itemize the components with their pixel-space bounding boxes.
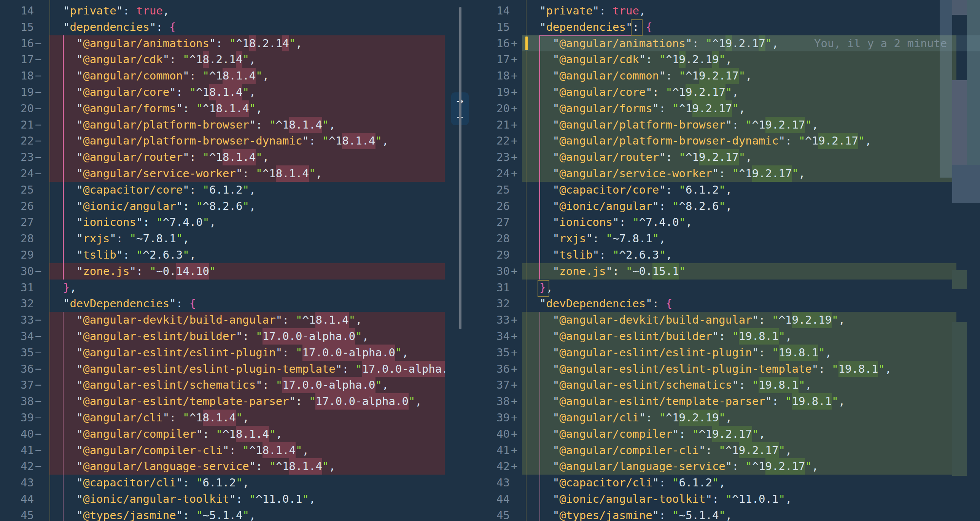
line-number-left[interactable]: 36−	[0, 361, 48, 377]
line-number-left[interactable]: 17−	[0, 51, 48, 68]
code-line-left[interactable]: "@angular/platform-browser": "^18.1.4",	[49, 117, 445, 133]
line-number-left[interactable]: 16−	[0, 35, 48, 52]
line-number-right[interactable]: 35+	[469, 345, 521, 361]
line-number-right[interactable]: 18+	[469, 68, 521, 84]
line-number-right[interactable]: 21+	[469, 117, 521, 133]
line-number-left[interactable]: 34−	[0, 328, 48, 345]
line-number-left[interactable]: 37−	[0, 377, 48, 393]
line-number-left[interactable]: 45	[0, 507, 48, 521]
code-line-right[interactable]: "@angular/language-service": "^19.2.17",	[522, 458, 956, 475]
line-number-left[interactable]: 18−	[0, 68, 48, 84]
code-line-left[interactable]: "@ionic/angular-toolkit": "^11.0.1",	[49, 491, 445, 507]
code-line-left[interactable]: "devDependencies": {	[49, 295, 445, 312]
line-number-left[interactable]: 33−	[0, 312, 48, 328]
code-line-right[interactable]: "@angular-eslint/template-parser": "19.8…	[522, 393, 956, 410]
line-number-left[interactable]: 14	[0, 3, 48, 19]
line-number-right[interactable]: 14	[469, 3, 521, 19]
line-number-left[interactable]: 30−	[0, 263, 48, 280]
line-number-right[interactable]: 36+	[469, 361, 521, 377]
line-number-left[interactable]: 15	[0, 19, 48, 35]
code-line-right[interactable]: "zone.js": "~0.15.1"	[522, 263, 956, 280]
line-number-right[interactable]: 26	[469, 198, 521, 214]
line-number-left[interactable]: 27	[0, 214, 48, 230]
code-line-left[interactable]: "@angular-eslint/eslint-plugin": "17.0.0…	[49, 345, 445, 361]
code-line-left[interactable]: },	[49, 280, 445, 296]
code-line-right[interactable]: "@angular/cdk": "^19.2.19",	[522, 51, 956, 68]
code-line-right[interactable]: "@angular/service-worker": "^19.2.17",	[522, 165, 956, 182]
line-number-left[interactable]: 31	[0, 280, 48, 296]
code-line-right[interactable]: "tslib": "^2.6.3",	[522, 247, 956, 263]
code-line-left[interactable]: "@angular-eslint/builder": "17.0.0-alpha…	[49, 328, 445, 345]
line-number-left[interactable]: 22−	[0, 133, 48, 149]
line-number-left[interactable]: 41−	[0, 442, 48, 459]
code-line-right[interactable]: "@angular/forms": "^19.2.17",	[522, 100, 956, 117]
scrollbar-slider-right[interactable]	[940, 0, 952, 178]
code-line-right[interactable]: "@angular/platform-browser-dynamic": "^1…	[522, 133, 956, 149]
line-number-right[interactable]: 34+	[469, 328, 521, 345]
line-number-right[interactable]: 20+	[469, 100, 521, 117]
code-line-left[interactable]: "@angular/common": "^18.1.4",	[49, 68, 445, 84]
code-line-right[interactable]: "@ionic/angular": "^8.2.6",	[522, 198, 956, 214]
code-line-left[interactable]: "@angular/compiler": "^18.1.4",	[49, 426, 445, 442]
code-line-left[interactable]: "@angular/animations": "^18.2.14",	[49, 35, 445, 52]
line-number-right[interactable]: 19+	[469, 84, 521, 100]
code-line-left[interactable]: "@angular-eslint/template-parser": "17.0…	[49, 393, 445, 410]
line-number-right[interactable]: 45	[469, 507, 521, 521]
line-number-left[interactable]: 32	[0, 295, 48, 312]
line-number-right[interactable]: 27	[469, 214, 521, 230]
line-number-right[interactable]: 24+	[469, 165, 521, 182]
line-number-left[interactable]: 23−	[0, 149, 48, 165]
code-line-right[interactable]: "@angular/compiler": "^19.2.17",	[522, 426, 956, 442]
line-number-right[interactable]: 32	[469, 295, 521, 312]
code-line-left[interactable]: "@angular/compiler-cli": "^18.1.4",	[49, 442, 445, 459]
code-line-right[interactable]: "rxjs": "~7.8.1",	[522, 230, 956, 247]
line-number-right[interactable]: 33+	[469, 312, 521, 328]
code-line-left[interactable]: "private": true,	[49, 3, 445, 19]
line-number-left[interactable]: 43	[0, 475, 48, 491]
code-line-right[interactable]: "devDependencies": {	[522, 295, 956, 312]
code-line-left[interactable]: "zone.js": "~0.14.10"	[49, 263, 445, 280]
line-number-left[interactable]: 29	[0, 247, 48, 263]
line-number-right[interactable]: 22+	[469, 133, 521, 149]
line-number-right[interactable]: 38+	[469, 393, 521, 410]
code-line-right[interactable]: "ionicons": "^7.4.0",	[522, 214, 956, 230]
code-line-left[interactable]: "@angular/service-worker": "^18.1.4",	[49, 165, 445, 182]
line-number-left[interactable]: 35−	[0, 345, 48, 361]
code-line-left[interactable]: "@angular/router": "^18.1.4",	[49, 149, 445, 165]
code-line-right[interactable]: "@angular/core": "^19.2.17",	[522, 84, 956, 100]
line-number-left[interactable]: 25	[0, 182, 48, 198]
code-line-left[interactable]: "@angular-eslint/schematics": "17.0.0-al…	[49, 377, 445, 393]
line-number-right[interactable]: 44	[469, 491, 521, 507]
code-line-right[interactable]: "@types/jasmine": "~5.1.4",	[522, 507, 956, 521]
code-line-left[interactable]: "tslib": "^2.6.3",	[49, 247, 445, 263]
line-number-right[interactable]: 39+	[469, 410, 521, 426]
line-number-right[interactable]: 15	[469, 19, 521, 35]
code-line-left[interactable]: "@angular/forms": "^18.1.4",	[49, 100, 445, 117]
code-line-right[interactable]: },	[522, 280, 956, 296]
code-line-right[interactable]: "@angular/common": "^19.2.17",	[522, 68, 956, 84]
scrollbar-slider-left[interactable]	[459, 7, 461, 329]
code-line-right[interactable]: "@angular/compiler-cli": "^19.2.17",	[522, 442, 956, 459]
line-number-left[interactable]: 44	[0, 491, 48, 507]
line-number-left[interactable]: 39−	[0, 410, 48, 426]
line-number-right[interactable]: 40+	[469, 426, 521, 442]
code-line-left[interactable]: "@angular/platform-browser-dynamic": "^1…	[49, 133, 445, 149]
code-line-right[interactable]: "@angular-eslint/eslint-plugin-template"…	[522, 361, 956, 377]
line-number-right[interactable]: 29	[469, 247, 521, 263]
line-number-right[interactable]: 42+	[469, 458, 521, 475]
code-line-left[interactable]: "@angular/cli": "^18.1.4",	[49, 410, 445, 426]
code-line-right[interactable]: "@capacitor/cli": "6.1.2",	[522, 475, 956, 491]
code-line-left[interactable]: "@angular/cdk": "^18.2.14",	[49, 51, 445, 68]
line-number-right[interactable]: 28	[469, 230, 521, 247]
code-line-right[interactable]: "private": true,	[522, 3, 956, 19]
line-number-right[interactable]: 37+	[469, 377, 521, 393]
code-line-left[interactable]: "@angular/language-service": "^18.1.4",	[49, 458, 445, 475]
line-number-right[interactable]: 30+	[469, 263, 521, 280]
line-number-left[interactable]: 38−	[0, 393, 48, 410]
line-number-right[interactable]: 25	[469, 182, 521, 198]
line-number-left[interactable]: 28	[0, 230, 48, 247]
code-line-right[interactable]: "@angular-eslint/builder": "19.8.1",	[522, 328, 956, 345]
code-line-left[interactable]: "@types/jasmine": "~5.1.4",	[49, 507, 445, 521]
code-line-right[interactable]: "@angular/router": "^19.2.17",	[522, 149, 956, 165]
code-line-left[interactable]: "@ionic/angular": "^8.2.6",	[49, 198, 445, 214]
